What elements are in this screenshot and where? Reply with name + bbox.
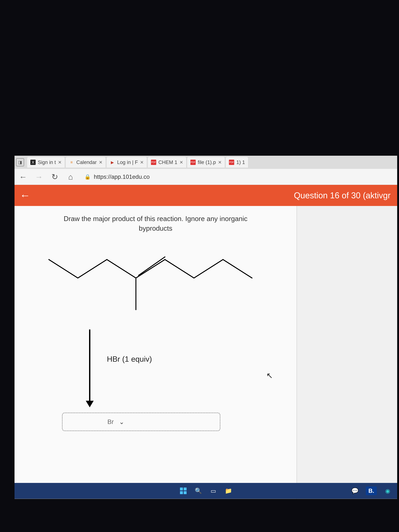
reagent-label: HBr (1 equiv) <box>107 355 152 363</box>
app-header: ← Question 16 of 30 (aktivgr <box>14 185 397 206</box>
svg-line-7 <box>194 260 223 278</box>
reload-button[interactable]: ↻ <box>50 172 59 181</box>
tab-label: Log in | F <box>117 159 138 165</box>
svg-line-2 <box>107 260 136 278</box>
browser-chrome: ◨ X Sign in t ✕ ≡ Calendar ✕ ▶ Log in | … <box>14 156 397 185</box>
pdf-favicon-icon: PDF <box>229 160 234 165</box>
question-pane: Draw the major product of this reaction.… <box>14 206 297 499</box>
windows-taskbar: 🔍 ▭ 📁 💬 B. ◉ <box>14 483 397 499</box>
tab-label: CHEM 1 <box>158 159 177 165</box>
tab-label: 1) 1 <box>236 159 245 165</box>
search-icon[interactable]: 🔍 <box>194 487 203 495</box>
svg-line-6 <box>165 260 194 278</box>
tab-chem[interactable]: PDF CHEM 1 ✕ <box>148 157 186 168</box>
address-bar[interactable]: 🔒 https://app.101edu.co <box>82 173 393 180</box>
svg-rect-13 <box>180 491 183 494</box>
close-icon[interactable]: ✕ <box>179 160 183 165</box>
mouse-cursor-icon: ↖ <box>266 371 273 380</box>
tab-sign-in[interactable]: X Sign in t ✕ <box>27 157 65 168</box>
svg-rect-12 <box>184 488 187 490</box>
close-icon[interactable]: ✕ <box>218 160 222 165</box>
question-prompt: Draw the major product of this reaction.… <box>22 214 289 233</box>
tab-label: Calendar <box>76 159 97 165</box>
x-favicon-icon: X <box>30 160 36 165</box>
content-area: Draw the major product of this reaction.… <box>14 206 397 499</box>
question-counter: Question 16 of 30 (aktivgr <box>294 190 392 200</box>
forward-button[interactable]: → <box>34 172 44 181</box>
chevron-down-icon: ⌄ <box>119 418 124 425</box>
svg-line-4 <box>136 260 165 278</box>
svg-line-8 <box>223 260 252 278</box>
alkene-structure-icon <box>38 244 263 312</box>
navigation-row: ← → ↻ ⌂ 🔒 https://app.101edu.co <box>14 169 397 185</box>
edge-icon[interactable]: ◉ <box>383 487 392 495</box>
svg-line-0 <box>49 260 78 278</box>
pdf-favicon-icon: PDF <box>190 160 196 165</box>
dropdown-label: Br <box>108 418 114 425</box>
tab-file1[interactable]: PDF file (1).p ✕ <box>187 157 225 168</box>
close-icon[interactable]: ✕ <box>140 160 144 165</box>
close-icon[interactable]: ✕ <box>99 160 102 165</box>
atom-selector-dropdown[interactable]: Br ⌄ <box>62 413 220 431</box>
file-explorer-icon[interactable]: 📁 <box>224 487 233 495</box>
svg-rect-11 <box>180 488 183 490</box>
svg-marker-10 <box>86 401 94 407</box>
tab-label: Sign in t <box>38 159 56 165</box>
svg-line-5 <box>139 257 165 275</box>
calendar-favicon-icon: ≡ <box>69 160 74 165</box>
login-favicon-icon: ▶ <box>110 160 115 165</box>
tab-label: file (1).p <box>198 159 216 165</box>
tab-login[interactable]: ▶ Log in | F ✕ <box>107 157 147 168</box>
tab-calendar[interactable]: ≡ Calendar ✕ <box>66 157 106 168</box>
side-panel-toggle-icon[interactable]: ◨ <box>16 158 24 166</box>
tab-pdf2[interactable]: PDF 1) 1 <box>226 157 248 168</box>
back-button[interactable]: ← <box>19 172 28 181</box>
svg-line-1 <box>78 260 107 278</box>
b-tray-icon[interactable]: B. <box>366 487 377 495</box>
svg-rect-14 <box>184 491 187 494</box>
pdf-favicon-icon: PDF <box>151 160 156 165</box>
reaction-arrow-area: HBr (1 equiv) Br ⌄ <box>22 328 289 420</box>
url-text: https://app.101edu.co <box>94 173 150 180</box>
side-pane <box>297 206 397 499</box>
tab-strip: ◨ X Sign in t ✕ ≡ Calendar ✕ ▶ Log in | … <box>14 156 397 169</box>
laptop-screen: ◨ X Sign in t ✕ ≡ Calendar ✕ ▶ Log in | … <box>14 156 397 499</box>
reaction-arrow-icon <box>83 328 96 410</box>
start-button[interactable] <box>179 487 188 495</box>
lock-icon: 🔒 <box>84 174 91 180</box>
chat-icon[interactable]: 💬 <box>351 487 359 495</box>
molecule-structure <box>22 244 289 323</box>
home-button[interactable]: ⌂ <box>66 172 75 181</box>
task-view-icon[interactable]: ▭ <box>209 487 218 495</box>
app-back-button[interactable]: ← <box>20 189 30 202</box>
close-icon[interactable]: ✕ <box>58 160 62 165</box>
